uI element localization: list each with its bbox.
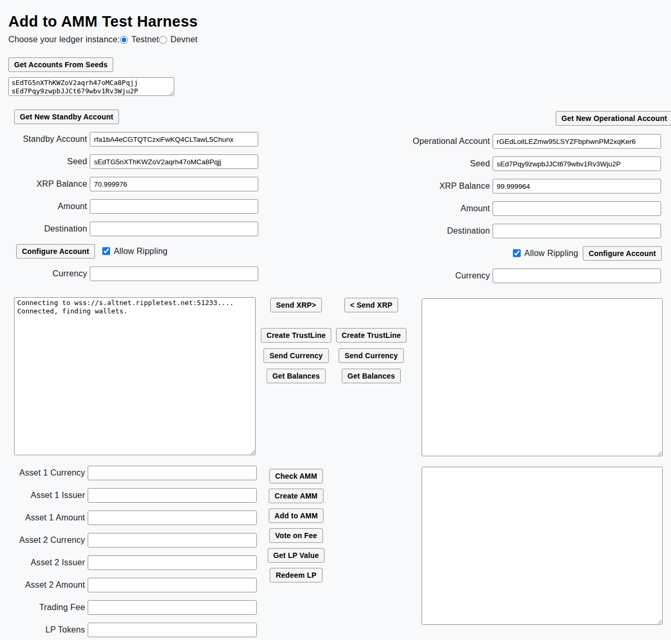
redeem-lp-button[interactable]: Redeem LP [270,568,322,582]
standby-seed-label: Seed [0,157,90,166]
operational-seed-label: Seed [313,159,493,168]
testnet-radio-label: Testnet [131,35,159,44]
operational-currency-input[interactable] [493,269,661,283]
standby-balance-row: XRP Balance [0,177,258,191]
standby-destination-row: Destination [0,222,258,236]
asset1-issuer-row: Asset 1 Issuer [0,488,257,503]
standby-allow-rippling-checkbox[interactable] [102,247,110,255]
operational-currency-row: Currency [313,269,661,283]
asset1-issuer-input[interactable] [88,488,257,503]
asset2-currency-row: Asset 2 Currency [0,533,257,548]
get-lp-value-button[interactable]: Get LP Value [268,548,325,563]
add-to-amm-button[interactable]: Add to AMM [269,508,323,523]
asset2-currency-input[interactable] [88,533,257,548]
standby-action-buttons: Send XRP> Create TrustLine Send Currency… [261,298,331,389]
asset2-amount-input[interactable] [88,578,257,592]
standby-allow-rippling-label: Allow Rippling [114,247,167,256]
standby-seed-input[interactable] [90,154,258,169]
asset2-issuer-input[interactable] [88,555,257,570]
get-new-operational-account-button[interactable]: Get New Operational Account [556,111,671,126]
operational-get-balances-button[interactable]: Get Balances [342,369,401,383]
ledger-prompt: Choose your ledger instance: [8,35,120,44]
operational-configure-account-button[interactable]: Configure Account [583,246,662,261]
asset1-currency-row: Asset 1 Currency [0,466,257,480]
trading-fee-label: Trading Fee [0,603,88,612]
operational-allow-rippling-checkbox[interactable] [513,249,521,257]
create-amm-button[interactable]: Create AMM [269,489,323,503]
operational-destination-label: Destination [313,226,493,236]
standby-send-xrp-button[interactable]: Send XRP> [270,298,322,312]
standby-destination-label: Destination [0,224,90,234]
operational-send-xrp-button[interactable]: < Send XRP [344,298,398,312]
operational-destination-input[interactable] [493,224,661,238]
standby-amount-row: Amount [0,199,258,214]
standby-account-row: Standby Account [0,132,258,147]
operational-account-row: Operational Account [313,134,661,149]
asset2-amount-label: Asset 2 Amount [0,580,88,590]
operational-account-input[interactable] [493,134,661,149]
check-amm-button[interactable]: Check AMM [269,469,323,483]
operational-currency-label: Currency [313,271,493,281]
operational-send-currency-button[interactable]: Send Currency [339,348,403,363]
asset2-issuer-row: Asset 2 Issuer [0,555,257,570]
standby-seed-row: Seed [0,154,258,169]
standby-currency-label: Currency [0,269,90,278]
operational-amount-row: Amount [313,201,661,216]
standby-configure-account-button[interactable]: Configure Account [16,244,95,259]
standby-account-input[interactable] [90,132,258,147]
amm-test-harness-page: Add to AMM Test Harness Choose your ledg… [0,0,671,644]
standby-currency-input[interactable] [90,266,258,281]
devnet-radio[interactable] [159,36,167,44]
standby-account-label: Standby Account [0,135,90,144]
trading-fee-input[interactable] [88,600,257,615]
asset1-issuer-label: Asset 1 Issuer [0,491,88,500]
standby-xrp-balance-input[interactable] [90,177,258,191]
asset1-amount-row: Asset 1 Amount [0,511,257,525]
asset2-amount-row: Asset 2 Amount [0,578,257,592]
standby-amount-input[interactable] [90,199,258,214]
page-title: Add to AMM Test Harness [8,13,198,30]
operational-allow-rippling-label: Allow Rippling [524,249,578,258]
asset1-amount-label: Asset 1 Amount [0,513,88,523]
standby-balance-label: XRP Balance [0,179,90,189]
operational-destination-row: Destination [313,224,661,238]
operational-seed-row: Seed [313,156,661,171]
vote-on-fee-button[interactable]: Vote on Fee [269,528,323,543]
standby-results-textarea[interactable] [14,297,256,455]
operational-balance-row: XRP Balance [313,179,661,193]
standby-create-trustline-button[interactable]: Create TrustLine [261,328,332,343]
operational-results-textarea[interactable] [422,298,663,456]
standby-configure-row: Configure Account Allow Rippling [16,244,167,259]
lp-tokens-label: LP Tokens [0,625,88,635]
ledger-instance-chooser: Choose your ledger instance: Testnet Dev… [8,33,198,46]
standby-currency-row: Currency [0,266,258,281]
asset2-issuer-label: Asset 2 Issuer [0,558,88,567]
operational-amount-label: Amount [313,204,493,213]
amm-action-buttons: Check AMM Create AMM Add to AMM Vote on … [261,469,331,588]
get-new-standby-account-button[interactable]: Get New Standby Account [14,110,119,124]
asset1-currency-input[interactable] [88,466,257,480]
operational-balance-label: XRP Balance [313,181,493,191]
operational-amount-input[interactable] [493,201,661,216]
operational-xrp-balance-input[interactable] [493,179,661,193]
standby-send-currency-button[interactable]: Send Currency [263,348,328,363]
asset1-amount-input[interactable] [88,511,257,525]
amm-results-textarea[interactable] [422,467,663,625]
standby-get-balances-button[interactable]: Get Balances [267,369,326,383]
operational-seed-input[interactable] [493,156,661,171]
testnet-radio[interactable] [120,36,128,44]
trading-fee-row: Trading Fee [0,600,257,615]
lp-tokens-input[interactable] [88,623,257,637]
standby-destination-input[interactable] [90,222,258,236]
operational-action-buttons: < Send XRP Create TrustLine Send Currenc… [336,298,406,389]
asset2-currency-label: Asset 2 Currency [0,536,88,545]
operational-account-label: Operational Account [313,137,493,146]
get-accounts-from-seeds-button[interactable]: Get Accounts From Seeds [8,57,113,72]
devnet-radio-label: Devnet [171,35,198,44]
operational-configure-row: Allow Rippling Configure Account [513,246,662,261]
seeds-textarea[interactable] [8,77,174,96]
standby-amount-label: Amount [0,202,90,211]
asset1-currency-label: Asset 1 Currency [0,468,88,478]
operational-create-trustline-button[interactable]: Create TrustLine [336,328,407,343]
lp-tokens-row: LP Tokens [0,623,257,637]
